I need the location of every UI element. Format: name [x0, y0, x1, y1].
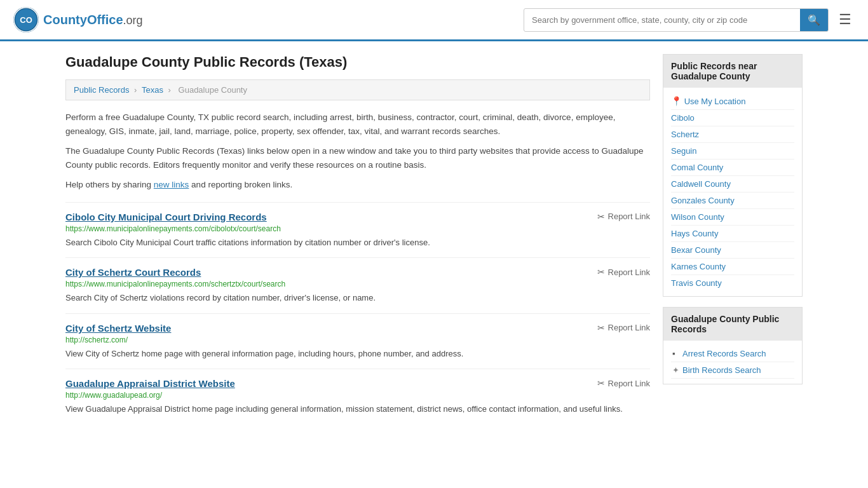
record-header: City of Schertz Website ✂ Report Link [65, 323, 650, 334]
report-link-1[interactable]: ✂ Report Link [597, 267, 650, 277]
sidebar-nearby-section: Public Records near Guadalupe County 📍 U… [663, 54, 803, 297]
new-links-link[interactable]: new links [154, 180, 189, 189]
record-desc-3: View Guadalupe Appraisal District home p… [65, 403, 650, 416]
sidebar-records-section: Guadalupe County Public Records Arrest R… [663, 307, 803, 384]
search-input[interactable] [524, 10, 800, 30]
record-item: Cibolo City Municipal Court Driving Reco… [65, 202, 650, 258]
sidebar-birth-records[interactable]: Birth Records Search [671, 362, 794, 379]
header: CO CountyOffice.org 🔍 ☰ [0, 0, 868, 41]
page-title: Guadalupe County Public Records (Texas) [65, 54, 650, 71]
record-desc-0: Search Cibolo City Municipal Court traff… [65, 236, 650, 249]
record-item: City of Schertz Website ✂ Report Link ht… [65, 313, 650, 369]
sidebar-link-comal[interactable]: Comal County [671, 159, 794, 176]
record-url-2: http://schertz.com/ [65, 336, 650, 344]
content-area: Guadalupe County Public Records (Texas) … [65, 54, 650, 424]
report-icon: ✂ [597, 267, 605, 277]
record-desc-1: Search City of Schertz violations record… [65, 292, 650, 304]
record-header: Cibolo City Municipal Court Driving Reco… [65, 212, 650, 222]
report-link-0[interactable]: ✂ Report Link [597, 212, 650, 222]
report-icon: ✂ [597, 323, 605, 333]
breadcrumb-texas[interactable]: Texas [142, 85, 163, 95]
record-desc-2: View City of Schertz home page with gene… [65, 348, 650, 360]
sidebar: Public Records near Guadalupe County 📍 U… [663, 54, 803, 424]
search-bar: 🔍 [524, 8, 829, 32]
description-block: Perform a free Guadalupe County, TX publ… [65, 111, 650, 192]
sidebar-records-title: Guadalupe County Public Records [663, 308, 802, 341]
svg-text:CO: CO [20, 15, 32, 25]
sidebar-link-seguin[interactable]: Seguin [671, 143, 794, 159]
report-icon: ✂ [597, 378, 605, 388]
description-p3: Help others by sharing new links and rep… [65, 178, 650, 192]
breadcrumb-public-records[interactable]: Public Records [74, 85, 129, 95]
report-link-2[interactable]: ✂ Report Link [597, 323, 650, 333]
record-title[interactable]: Guadalupe Appraisal District Website [65, 378, 235, 389]
report-label: Report Link [608, 268, 650, 277]
report-label: Report Link [608, 212, 650, 221]
sidebar-link-caldwell[interactable]: Caldwell County [671, 176, 794, 193]
use-location-label: Use My Location [684, 97, 746, 106]
sidebar-records-links: Arrest Records Search Birth Records Sear… [663, 341, 802, 384]
hamburger-icon: ☰ [839, 11, 851, 27]
record-header: City of Schertz Court Records ✂ Report L… [65, 267, 650, 278]
search-icon: 🔍 [808, 15, 820, 25]
sidebar-link-bexar[interactable]: Bexar County [671, 242, 794, 259]
report-link-3[interactable]: ✂ Report Link [597, 378, 650, 388]
sidebar-link-gonzales[interactable]: Gonzales County [671, 193, 794, 209]
sidebar-link-wilson[interactable]: Wilson County [671, 209, 794, 226]
menu-button[interactable]: ☰ [835, 8, 855, 32]
record-url-0: https://www.municipalonlinepayments.com/… [65, 224, 650, 233]
pin-icon: 📍 [671, 96, 682, 106]
main-container: Guadalupe County Public Records (Texas) … [53, 41, 815, 437]
sidebar-nearby-links: 📍 Use My Location Cibolo Schertz Seguin … [663, 88, 802, 296]
sidebar-link-cibolo[interactable]: Cibolo [671, 110, 794, 126]
breadcrumb-sep1: › [134, 85, 139, 95]
sidebar-arrest-records[interactable]: Arrest Records Search [671, 346, 794, 362]
sidebar-link-karnes[interactable]: Karnes County [671, 259, 794, 275]
description-p2: The Guadalupe County Public Records (Tex… [65, 144, 650, 172]
record-title[interactable]: City of Schertz Court Records [65, 267, 201, 278]
report-label: Report Link [608, 323, 650, 332]
report-label: Report Link [608, 379, 650, 388]
breadcrumb-current: Guadalupe County [179, 85, 247, 95]
header-right: 🔍 ☰ [524, 8, 855, 32]
record-item: Guadalupe Appraisal District Website ✂ R… [65, 369, 650, 424]
description-p1: Perform a free Guadalupe County, TX publ… [65, 111, 650, 138]
logo-icon: CO [13, 6, 39, 33]
logo-area: CO CountyOffice.org [13, 6, 143, 33]
record-title[interactable]: Cibolo City Municipal Court Driving Reco… [65, 212, 267, 222]
record-header: Guadalupe Appraisal District Website ✂ R… [65, 378, 650, 389]
sidebar-nearby-title: Public Records near Guadalupe County [663, 55, 802, 88]
sidebar-link-hays[interactable]: Hays County [671, 226, 794, 242]
record-url-3: http://www.guadalupead.org/ [65, 391, 650, 400]
record-url-1: https://www.municipalonlinepayments.com/… [65, 280, 650, 288]
record-item: City of Schertz Court Records ✂ Report L… [65, 257, 650, 313]
use-location-link[interactable]: 📍 Use My Location [671, 93, 794, 110]
report-icon: ✂ [597, 212, 605, 222]
breadcrumb: Public Records › Texas › Guadalupe Count… [65, 79, 650, 100]
breadcrumb-sep2: › [168, 85, 173, 95]
search-button[interactable]: 🔍 [800, 9, 828, 31]
record-title[interactable]: City of Schertz Website [65, 323, 171, 334]
sidebar-link-schertz[interactable]: Schertz [671, 126, 794, 143]
records-list: Cibolo City Municipal Court Driving Reco… [65, 202, 650, 424]
logo-text: CountyOffice.org [43, 13, 143, 27]
sidebar-link-travis[interactable]: Travis County [671, 275, 794, 291]
